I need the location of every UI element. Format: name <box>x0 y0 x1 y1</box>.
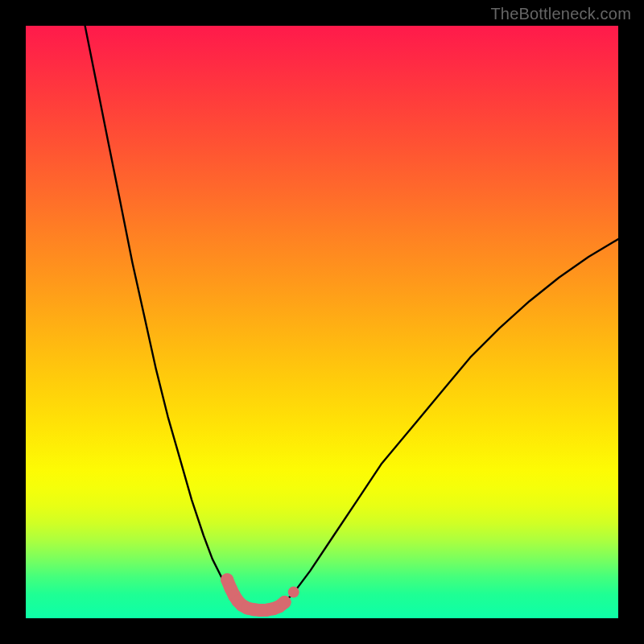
bottleneck-curve <box>26 26 618 618</box>
curve-marker <box>288 587 299 598</box>
plot-area <box>26 26 618 618</box>
watermark-text: TheBottleneck.com <box>490 5 631 23</box>
curve-marker <box>279 596 291 609</box>
chart-frame: TheBottleneck.com <box>0 0 644 644</box>
